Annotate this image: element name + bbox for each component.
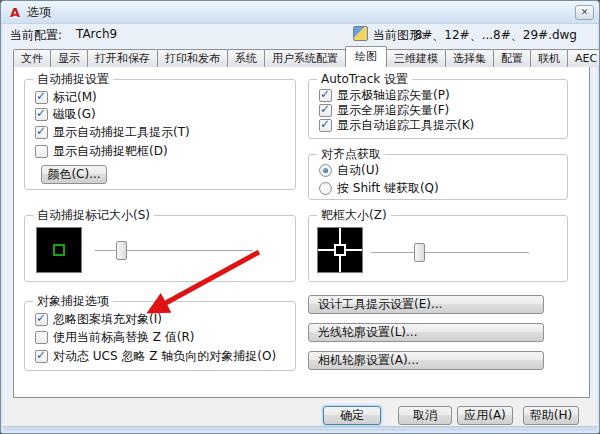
autocad-logo-icon: A — [7, 5, 23, 20]
dialog-title: 选项 — [27, 4, 51, 21]
group-aperture-title: 靶框大小(Z) — [317, 207, 391, 224]
titlebar[interactable]: A 选项 — [1, 1, 599, 24]
marker-size-slider-thumb[interactable] — [116, 241, 127, 260]
tab-3d-modeling[interactable]: 三维建模 — [386, 49, 446, 67]
snap-marker-icon — [53, 244, 65, 256]
aperture-preview — [317, 227, 363, 273]
group-osnap-options-title: 对象捕捉选项 — [33, 293, 113, 310]
tab-system[interactable]: 系统 — [227, 49, 265, 67]
checkbox-autosnap-tooltip[interactable]: ✓ 显示自动捕捉工具提示(T) — [35, 125, 190, 140]
tab-aec[interactable]: AEC — [567, 49, 600, 67]
help-button[interactable]: 帮助(H) — [523, 406, 579, 425]
current-drawing-value: 8#、12#、...8#、29#.dwg — [415, 27, 577, 44]
apply-button[interactable]: 应用(A) — [457, 406, 513, 425]
checkbox-icon: ✓ — [35, 108, 48, 121]
group-marker-size-title: 自动捕捉标记大小(S) — [33, 207, 154, 224]
current-profile-label: 当前配置: — [10, 27, 62, 44]
close-button[interactable]: ✕ — [575, 5, 594, 20]
checkbox-autotrack-tooltip[interactable]: ✓ 显示自动追踪工具提示(K) — [319, 118, 474, 133]
aperture-slider[interactable] — [371, 252, 529, 254]
checkbox-icon: ✓ — [35, 350, 48, 363]
colors-button[interactable]: 颜色(C)... — [41, 165, 107, 184]
close-icon: ✕ — [581, 7, 589, 17]
options-dialog: A 选项 ✕ 当前配置: TArch9 当前图形: 8#、12#、...8#、2… — [0, 0, 600, 434]
group-osnap-options: 对象捕捉选项 ✓ 忽略图案填充对象(I) ✓ 使用当前标高替换 Z 值(R) ✓… — [24, 301, 296, 371]
tab-strip: 文件 显示 打开和保存 打印和发布 系统 用户系统配置 绘图 三维建模 选择集 … — [13, 46, 600, 67]
radio-shift-acquire[interactable]: 按 Shift 键获取(Q) — [319, 181, 439, 196]
marker-size-preview — [36, 227, 82, 273]
radio-automatic[interactable]: 自动(U) — [319, 163, 379, 178]
tab-drafting[interactable]: 绘图 — [345, 46, 387, 67]
tab-open-save[interactable]: 打开和保存 — [87, 49, 158, 67]
light-glyph-settings-button[interactable]: 光线轮廓设置(L)... — [308, 323, 544, 342]
group-aperture-size: 靶框大小(Z) — [308, 215, 568, 282]
checkbox-label: 标记(M) — [53, 89, 97, 106]
checkbox-icon: ✓ — [35, 145, 48, 158]
group-autotrack-title: AutoTrack 设置 — [317, 71, 412, 88]
checkbox-icon: ✓ — [319, 89, 332, 102]
checkbox-icon: ✓ — [35, 126, 48, 139]
checkbox-label: 磁吸(G) — [53, 106, 96, 123]
group-autosnap-title: 自动捕捉设置 — [33, 71, 113, 88]
design-tooltip-settings-button[interactable]: 设计工具提示设置(E)... — [308, 295, 544, 314]
aperture-box-icon — [334, 244, 346, 256]
marker-size-slider[interactable] — [95, 250, 253, 252]
window-bottom-band — [3, 426, 597, 431]
camera-glyph-settings-button[interactable]: 相机轮廓设置(A)... — [308, 351, 544, 370]
checkbox-icon: ✓ — [319, 104, 332, 117]
checkbox-icon: ✓ — [35, 91, 48, 104]
radio-icon — [319, 182, 332, 195]
radio-label: 自动(U) — [337, 162, 379, 179]
checkbox-label: 显示自动捕捉靶框(D) — [53, 143, 168, 160]
tab-user-preferences[interactable]: 用户系统配置 — [264, 49, 346, 67]
checkbox-dynamic-ucs-ignore-z[interactable]: ✓ 对动态 UCS 忽略 Z 轴负向的对象捕捉(O) — [35, 349, 276, 364]
group-marker-size: 自动捕捉标记大小(S) — [24, 215, 296, 282]
ok-button[interactable]: 确定 — [323, 406, 381, 425]
checkbox-ignore-hatch[interactable]: ✓ 忽略图案填充对象(I) — [35, 312, 162, 327]
checkbox-label: 显示自动捕捉工具提示(T) — [53, 124, 190, 141]
checkbox-icon: ✓ — [35, 331, 48, 344]
drawing-file-icon — [353, 26, 368, 41]
cancel-button[interactable]: 取消 — [398, 406, 452, 425]
tab-profiles[interactable]: 配置 — [493, 49, 531, 67]
group-autotrack-settings: AutoTrack 设置 ✓ 显示极轴追踪矢量(P) ✓ 显示全屏追踪矢量(F)… — [308, 79, 568, 139]
drafting-tab-page: 自动捕捉设置 ✓ 标记(M) ✓ 磁吸(G) ✓ 显示自动捕捉工具提示(T) ✓… — [13, 66, 590, 398]
tab-files[interactable]: 文件 — [13, 49, 51, 67]
checkbox-fullscreen-tracking-vector[interactable]: ✓ 显示全屏追踪矢量(F) — [319, 103, 449, 118]
checkbox-replace-z-elevation[interactable]: ✓ 使用当前标高替换 Z 值(R) — [35, 330, 195, 345]
tab-online[interactable]: 联机 — [530, 49, 568, 67]
checkbox-polar-tracking-vector[interactable]: ✓ 显示极轴追踪矢量(P) — [319, 88, 450, 103]
tab-plot-publish[interactable]: 打印和发布 — [157, 49, 228, 67]
radio-icon — [319, 164, 332, 177]
footer: 确定 取消 应用(A) 帮助(H) — [3, 398, 597, 429]
checkbox-label: 对动态 UCS 忽略 Z 轴负向的对象捕捉(O) — [53, 348, 276, 365]
radio-label: 按 Shift 键获取(Q) — [337, 180, 439, 197]
aperture-slider-thumb[interactable] — [414, 243, 425, 262]
tab-display[interactable]: 显示 — [50, 49, 88, 67]
header-row: 当前配置: TArch9 当前图形: 8#、12#、...8#、29#.dwg — [1, 25, 599, 45]
checkbox-icon: ✓ — [319, 119, 332, 132]
tab-selection[interactable]: 选择集 — [445, 49, 494, 67]
checkbox-autosnap-aperture[interactable]: ✓ 显示自动捕捉靶框(D) — [35, 144, 168, 159]
checkbox-marker[interactable]: ✓ 标记(M) — [35, 90, 97, 105]
group-autosnap-settings: 自动捕捉设置 ✓ 标记(M) ✓ 磁吸(G) ✓ 显示自动捕捉工具提示(T) ✓… — [24, 79, 296, 190]
group-alignment-title: 对齐点获取 — [317, 146, 385, 163]
checkbox-label: 使用当前标高替换 Z 值(R) — [53, 329, 195, 346]
checkbox-icon: ✓ — [35, 313, 48, 326]
checkbox-label: 显示自动追踪工具提示(K) — [337, 117, 474, 134]
group-alignment-acquisition: 对齐点获取 自动(U) 按 Shift 键获取(Q) — [308, 154, 568, 200]
checkbox-label: 忽略图案填充对象(I) — [53, 311, 162, 328]
checkbox-magnet[interactable]: ✓ 磁吸(G) — [35, 107, 96, 122]
current-profile-value: TArch9 — [76, 27, 117, 41]
